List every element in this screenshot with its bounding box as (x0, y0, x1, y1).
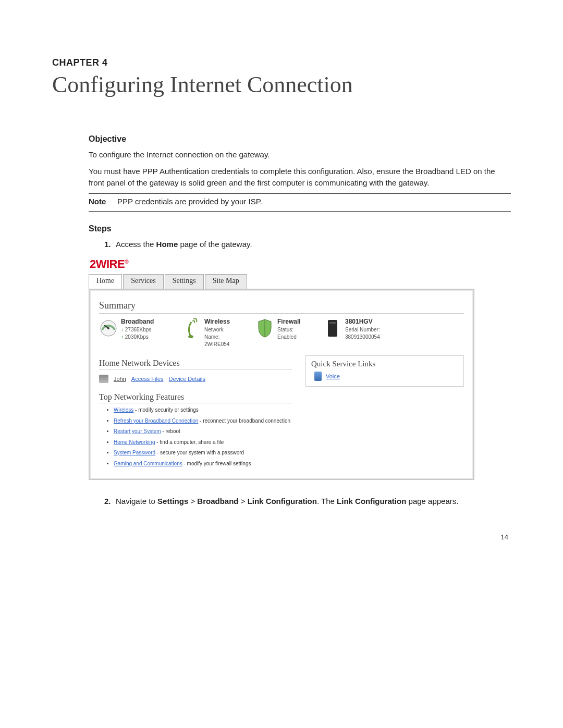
note-row: Note PPP credentials are provided by you… (89, 197, 511, 206)
svg-point-2 (107, 327, 109, 329)
link-wireless[interactable]: Wireless (114, 407, 133, 413)
link-home-networking[interactable]: Home Networking (114, 439, 155, 445)
link-system-password[interactable]: System Password (114, 450, 155, 455)
model-title: 3801HGV (345, 318, 380, 325)
list-item: Home Networking - find a computer, share… (114, 439, 292, 446)
step-number: 1. (104, 239, 116, 250)
link-restart-system[interactable]: Restart your System (114, 428, 161, 434)
page-number: 14 (52, 533, 511, 541)
wireless-title: Wireless (204, 318, 230, 325)
device-name: John (114, 376, 126, 382)
computer-icon (99, 375, 108, 383)
tab-services[interactable]: Services (123, 274, 163, 289)
link-access-files[interactable]: Access Files (131, 376, 164, 382)
qsl-title: Quick Service Links (311, 359, 458, 368)
gauge-icon (99, 318, 118, 339)
tab-home[interactable]: Home (89, 274, 122, 289)
tab-sitemap[interactable]: Site Map (205, 274, 247, 289)
divider (89, 193, 511, 194)
home-network-devices-title: Home Network Devices (99, 359, 292, 369)
list-item: System Password - secure your system wit… (114, 449, 292, 456)
card-model: 3801HGV Serial Number: 380913000054 (323, 318, 464, 348)
tab-settings[interactable]: Settings (165, 274, 204, 289)
feature-list: Wireless - modify security or settings R… (114, 406, 292, 467)
chapter-label: CHAPTER 4 (52, 57, 511, 68)
step-number: 2. (104, 496, 116, 507)
shield-icon (255, 318, 274, 339)
arrow-up-icon: ↑ (121, 334, 124, 340)
step-text: Access the Home page of the gateway. (116, 239, 252, 250)
link-gaming-comm[interactable]: Gaming and Communications (114, 461, 182, 466)
card-wireless: Wireless Network Name: 2WIRE054 (182, 318, 250, 348)
list-item: Gaming and Communications - modify your … (114, 460, 292, 467)
phone-icon (314, 372, 322, 381)
svg-point-3 (188, 335, 193, 338)
gateway-logo: 2WIRE® (89, 255, 474, 274)
card-broadband: Broadband ↓ 27365Kbps ↑ 2030Kbps (99, 318, 177, 348)
quick-service-links: Quick Service Links Voice (305, 355, 464, 387)
note-label: Note (89, 197, 117, 206)
wireless-icon (182, 318, 201, 339)
chapter-title: Configuring Internet Connection (52, 71, 511, 98)
firewall-title: Firewall (277, 318, 301, 325)
list-item: Refresh your Broadband Connection - reco… (114, 417, 292, 425)
note-text: PPP credentials are provided by your ISP… (117, 197, 262, 206)
list-item: Restart your System - reboot (114, 428, 292, 435)
arrow-down-icon: ↓ (121, 327, 124, 332)
step-text: Navigate to Settings > Broadband > Link … (116, 496, 458, 507)
objective-heading: Objective (89, 134, 511, 144)
objective-text-2: You must have PPP Authentication credent… (89, 166, 511, 189)
step-2: 2. Navigate to Settings > Broadband > Li… (104, 496, 511, 507)
steps-heading: Steps (89, 224, 511, 233)
link-voice[interactable]: Voice (326, 373, 340, 379)
gateway-screenshot: 2WIRE® Home Services Settings Site Map S… (89, 255, 474, 480)
divider (89, 211, 511, 212)
device-row: John Access Files Device Details (99, 373, 292, 385)
link-refresh-broadband[interactable]: Refresh your Broadband Connection (114, 418, 198, 424)
svg-rect-5 (329, 322, 336, 324)
step-1: 1. Access the Home page of the gateway. (104, 239, 511, 250)
card-firewall: Firewall Status: Enabled (255, 318, 318, 348)
gateway-tabs: Home Services Settings Site Map (89, 274, 474, 289)
broadband-title: Broadband (121, 318, 154, 325)
router-icon (323, 318, 342, 339)
link-device-details[interactable]: Device Details (169, 376, 205, 382)
list-item: Wireless - modify security or settings (114, 406, 292, 414)
broadband-down: 27365Kbps (125, 327, 152, 332)
summary-title: Summary (99, 300, 464, 314)
broadband-up: 2030Kbps (125, 334, 149, 340)
objective-text-1: To configure the Internet connection on … (89, 149, 511, 161)
top-networking-features-title: Top Networking Features (99, 392, 292, 403)
